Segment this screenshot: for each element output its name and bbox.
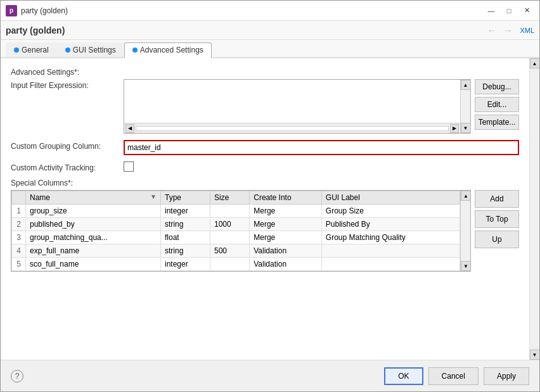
tab-advanced-settings[interactable]: Advanced Settings <box>124 42 212 58</box>
apply-button[interactable]: Apply <box>484 367 529 385</box>
filter-buttons: Debug... Edit... Template... <box>475 79 519 130</box>
custom-activity-content <box>124 161 519 172</box>
row-create-into: Merge <box>250 231 322 244</box>
table-row[interactable]: 5 sco_full_name integer Validation <box>12 258 460 271</box>
col-header-size[interactable]: Size <box>210 191 249 205</box>
close-button[interactable]: ✕ <box>519 4 534 17</box>
row-create-into: Merge <box>250 205 322 218</box>
toolbar-title: party (golden) <box>6 25 484 35</box>
row-number: 3 <box>12 231 26 244</box>
edit-button[interactable]: Edit... <box>475 97 519 112</box>
special-columns-label: Special Columns*: <box>11 179 73 187</box>
row-gui-label: Group Size <box>321 205 460 218</box>
hscroll-left-button[interactable]: ◀ <box>125 124 134 133</box>
tab-gui-dot <box>65 47 70 53</box>
table-row[interactable]: 3 group_matching_qua... float Merge Grou… <box>12 231 460 244</box>
row-number: 4 <box>12 244 26 258</box>
row-type: float <box>161 231 210 244</box>
hscroll-right-button[interactable]: ▶ <box>450 124 459 133</box>
table-vscroll-up[interactable]: ▲ <box>461 191 471 201</box>
app-icon: p <box>6 5 17 16</box>
row-size <box>210 205 249 218</box>
to-top-button[interactable]: To Top <box>475 210 519 228</box>
table-buttons: Add To Top Up <box>475 190 519 248</box>
table-vscroll-down[interactable]: ▼ <box>461 261 471 271</box>
bottom-buttons: OK Cancel Apply <box>384 367 529 385</box>
sort-arrow-name: ▼ <box>150 193 157 200</box>
titlebar-title: party (golden) <box>21 6 484 15</box>
nav-back-button[interactable]: ← <box>484 24 498 37</box>
col-header-name[interactable]: Name ▼ <box>26 191 161 205</box>
custom-activity-checkbox[interactable] <box>124 161 134 172</box>
row-size <box>210 258 249 271</box>
row-gui-label: Group Matching Quality <box>321 231 460 244</box>
tab-gui-label: GUI Settings <box>73 46 116 54</box>
row-create-into: Validation <box>250 258 322 271</box>
custom-grouping-field: Custom Grouping Column: <box>11 140 519 155</box>
cancel-button[interactable]: Cancel <box>428 367 479 385</box>
scrollbar-down-button[interactable]: ▼ <box>530 350 540 360</box>
col-header-type[interactable]: Type <box>161 191 210 205</box>
bottom-bar: ? OK Cancel Apply <box>1 360 539 391</box>
custom-grouping-label: Custom Grouping Column: <box>11 140 119 151</box>
vscroll-down-button[interactable]: ▼ <box>461 123 471 133</box>
columns-table: Name ▼ Type Size Create Into GUI Label <box>11 191 460 271</box>
row-name: group_matching_qua... <box>26 231 161 244</box>
debug-button[interactable]: Debug... <box>475 79 519 94</box>
main-scrollbar: ▲ ▼ <box>529 58 539 360</box>
custom-grouping-content <box>124 140 519 155</box>
table-row[interactable]: 1 group_size integer Merge Group Size <box>12 205 460 218</box>
table-row[interactable]: 4 exp_full_name string 500 Validation <box>12 244 460 258</box>
maximize-button[interactable]: □ <box>501 4 517 17</box>
row-name: sco_full_name <box>26 258 161 271</box>
nav-forward-button[interactable]: → <box>501 24 515 37</box>
row-name: exp_full_name <box>26 244 161 258</box>
custom-activity-field: Custom Activity Tracking: <box>11 161 519 172</box>
tab-bar: General GUI Settings Advanced Settings <box>1 40 539 58</box>
input-filter-textarea[interactable] <box>124 80 460 123</box>
minimize-button[interactable]: — <box>484 4 499 17</box>
tab-general-dot <box>14 47 19 53</box>
tab-general-label: General <box>22 46 49 54</box>
special-columns-table: Name ▼ Type Size Create Into GUI Label <box>11 190 471 272</box>
help-button[interactable]: ? <box>11 370 23 383</box>
table-row[interactable]: 2 published_by string 1000 Merge Publish… <box>12 218 460 231</box>
tab-gui-settings[interactable]: GUI Settings <box>57 42 124 57</box>
add-button[interactable]: Add <box>475 190 519 208</box>
table-vscroll: ▲ ▼ <box>460 191 470 271</box>
titlebar: p party (golden) — □ ✕ <box>1 1 539 21</box>
template-button[interactable]: Template... <box>475 115 519 130</box>
row-number: 5 <box>12 258 26 271</box>
tab-advanced-label: Advanced Settings <box>140 46 203 54</box>
tab-general[interactable]: General <box>6 42 57 57</box>
tab-advanced-dot <box>132 47 138 53</box>
row-gui-label: Published By <box>321 218 460 231</box>
row-gui-label <box>321 258 460 271</box>
col-header-create-into[interactable]: Create Into <box>250 191 322 205</box>
custom-activity-label: Custom Activity Tracking: <box>11 161 119 172</box>
content-area: Advanced Settings*: Input Filter Express… <box>1 58 539 360</box>
row-type: string <box>161 244 210 258</box>
up-button[interactable]: Up <box>475 231 519 248</box>
row-type: integer <box>161 205 210 218</box>
vscroll-up-button[interactable]: ▲ <box>461 80 471 90</box>
row-number: 1 <box>12 205 26 218</box>
custom-grouping-input[interactable] <box>124 140 519 155</box>
col-header-gui-label[interactable]: GUI Label <box>321 191 460 205</box>
row-number: 2 <box>12 218 26 231</box>
col-header-empty <box>12 191 26 205</box>
advanced-settings-label: Advanced Settings*: <box>11 66 119 77</box>
scrollbar-up-button[interactable]: ▲ <box>530 58 540 68</box>
row-create-into: Validation <box>250 244 322 258</box>
window-controls: — □ ✕ <box>484 4 534 17</box>
row-name: published_by <box>26 218 161 231</box>
row-create-into: Merge <box>250 218 322 231</box>
toolbar-nav: ← → XML <box>484 24 534 37</box>
input-filter-field: Input Filter Expression: ◀ ▶ <box>11 79 519 134</box>
row-gui-label <box>321 244 460 258</box>
row-type: integer <box>161 258 210 271</box>
xml-link[interactable]: XML <box>520 27 534 34</box>
input-filter-label: Input Filter Expression: <box>11 79 119 90</box>
ok-button[interactable]: OK <box>384 367 423 385</box>
special-columns-section: Special Columns*: Name <box>11 179 519 272</box>
